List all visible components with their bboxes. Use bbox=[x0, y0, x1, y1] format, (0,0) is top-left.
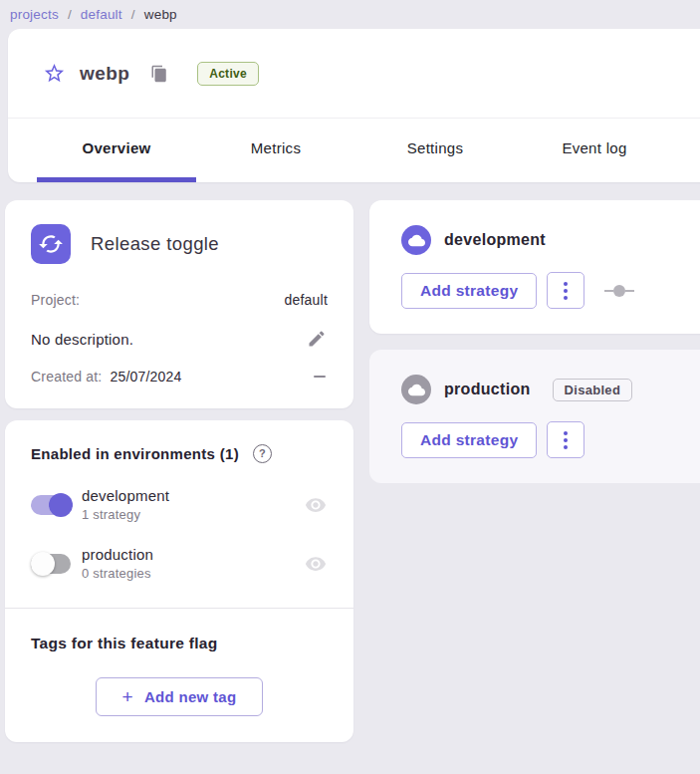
environment-labels: production 0 strategies bbox=[82, 546, 153, 581]
more-options-kebab-icon[interactable] bbox=[547, 272, 584, 309]
description-row: No description. bbox=[31, 328, 328, 350]
project-label: Project: bbox=[31, 292, 80, 308]
created-group: Created at: 25/07/2024 bbox=[31, 369, 182, 385]
tags-title: Tags for this feature flag bbox=[31, 635, 328, 652]
environment-strategy-count: 1 strategy bbox=[82, 507, 169, 522]
description-text: No description. bbox=[31, 331, 133, 348]
environment-panel-production: production Disabled Add strategy bbox=[369, 350, 700, 483]
panel-header: production Disabled bbox=[401, 375, 682, 404]
tab-overview[interactable]: Overview bbox=[37, 119, 196, 182]
visibility-eye-icon[interactable] bbox=[304, 493, 328, 517]
toggle-production[interactable] bbox=[31, 552, 73, 576]
environments-title-row: Enabled in environments (1) ? bbox=[31, 444, 328, 463]
collapse-minus-icon[interactable] bbox=[314, 370, 328, 384]
status-badge: Active bbox=[197, 62, 259, 86]
feature-type-row: Release toggle bbox=[31, 224, 328, 264]
environment-row-development: development 1 strategy bbox=[31, 487, 328, 522]
feature-title-row: webp Active bbox=[8, 29, 700, 119]
environment-labels: development 1 strategy bbox=[82, 487, 169, 522]
breadcrumb-separator: / bbox=[68, 7, 72, 22]
breadcrumb-projects[interactable]: projects bbox=[10, 7, 59, 22]
help-icon[interactable]: ? bbox=[253, 444, 272, 463]
environment-panel-name: production bbox=[444, 381, 531, 398]
feature-title: webp bbox=[80, 63, 129, 85]
environment-panel-name: development bbox=[444, 231, 546, 249]
breadcrumb: projects / default / webp bbox=[0, 0, 700, 29]
environment-row-production: production 0 strategies bbox=[31, 546, 328, 581]
panel-actions: Add strategy bbox=[401, 272, 682, 309]
tab-event-log[interactable]: Event log bbox=[515, 119, 674, 182]
created-label: Created at: bbox=[31, 369, 102, 385]
environment-panel-development: development Add strategy bbox=[369, 200, 700, 334]
panel-header: development bbox=[401, 225, 682, 255]
feature-tabs: Overview Metrics Settings Event log bbox=[8, 119, 700, 182]
release-toggle-icon bbox=[31, 224, 71, 264]
project-value: default bbox=[285, 292, 328, 308]
add-tag-label: Add new tag bbox=[144, 688, 236, 705]
add-strategy-button[interactable]: Add strategy bbox=[401, 422, 537, 458]
created-value: 25/07/2024 bbox=[110, 369, 181, 385]
main-content: Release toggle Project: default No descr… bbox=[0, 182, 700, 742]
cloud-environment-icon bbox=[401, 375, 431, 404]
tags-section: Tags for this feature flag + Add new tag bbox=[5, 609, 353, 742]
cloud-environment-icon bbox=[401, 225, 431, 255]
environment-name: development bbox=[82, 487, 169, 504]
tab-metrics[interactable]: Metrics bbox=[196, 119, 355, 182]
edit-description-icon[interactable] bbox=[306, 328, 328, 350]
environment-strategy-count: 0 strategies bbox=[82, 566, 153, 581]
add-strategy-button[interactable]: Add strategy bbox=[401, 273, 537, 309]
tab-settings[interactable]: Settings bbox=[355, 119, 515, 182]
left-column: Release toggle Project: default No descr… bbox=[5, 200, 353, 742]
environment-name: production bbox=[82, 546, 153, 563]
created-row: Created at: 25/07/2024 bbox=[31, 369, 328, 385]
feature-info-card: Release toggle Project: default No descr… bbox=[5, 200, 353, 408]
panel-actions: Add strategy bbox=[401, 421, 682, 458]
right-column: development Add strategy prod bbox=[369, 200, 700, 742]
more-options-kebab-icon[interactable] bbox=[547, 421, 584, 458]
feature-type-label: Release toggle bbox=[91, 233, 219, 255]
strategy-connector-icon bbox=[604, 285, 634, 297]
enabled-environments-section: Enabled in environments (1) ? developmen… bbox=[5, 420, 353, 608]
environments-card: Enabled in environments (1) ? developmen… bbox=[5, 420, 353, 742]
plus-icon: + bbox=[122, 687, 133, 706]
project-row: Project: default bbox=[31, 292, 328, 308]
feature-header-card: webp Active Overview Metrics Settings Ev… bbox=[8, 29, 700, 182]
toggle-development[interactable] bbox=[31, 493, 73, 517]
disabled-badge: Disabled bbox=[553, 379, 633, 401]
add-new-tag-button[interactable]: + Add new tag bbox=[96, 677, 264, 716]
environments-title: Enabled in environments (1) bbox=[31, 445, 239, 462]
breadcrumb-default[interactable]: default bbox=[81, 7, 122, 22]
visibility-eye-icon[interactable] bbox=[304, 552, 328, 576]
breadcrumb-current-webp: webp bbox=[144, 7, 177, 22]
favorite-star-icon[interactable] bbox=[42, 62, 66, 86]
copy-icon[interactable] bbox=[149, 64, 169, 84]
breadcrumb-separator: / bbox=[131, 7, 135, 22]
